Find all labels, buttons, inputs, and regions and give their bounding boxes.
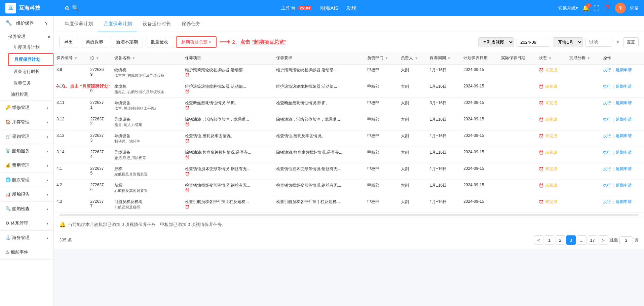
cell-dept: 甲板部 xyxy=(365,114,398,130)
ship-event-icon: ⚠ xyxy=(5,250,9,255)
date-input[interactable] xyxy=(517,38,550,47)
action-execute[interactable]: 执行 xyxy=(603,166,611,171)
search-icon[interactable]: 🔍 xyxy=(72,4,79,12)
cell-code: 3.12 xyxy=(54,114,87,130)
overdue-overview-button[interactable]: 超期项目总览 > xyxy=(176,36,217,48)
filter-input[interactable] xyxy=(585,38,612,47)
offline-maintenance-button[interactable]: 离线保养 xyxy=(81,37,108,47)
fullscreen-icon[interactable]: ⛶ xyxy=(594,5,600,12)
page-btn-ellipsis[interactable]: ... xyxy=(577,235,586,245)
action-execute[interactable]: 执行 xyxy=(603,101,611,105)
table-scrollbar[interactable] xyxy=(59,214,639,216)
toolbar: 导出 离线保养 新增不定期 批量验收 超期项目总览 > ⟶ 2、点击 "超期项目… xyxy=(54,32,644,52)
sidebar-item-maintenance-task[interactable]: 保养任务 xyxy=(8,77,53,89)
chevron-right-icon3: › xyxy=(47,134,48,139)
page-btn-3[interactable]: 3 xyxy=(566,235,576,245)
back-icon[interactable]: ⊕ xyxy=(65,4,70,12)
sidebar-item-purchase[interactable]: 🛒 采购管理 › xyxy=(0,129,53,144)
cell-cycle: 1月±16日 xyxy=(427,180,461,196)
logo-text: 互海科技 xyxy=(19,5,40,12)
nav-ais[interactable]: 船舶AIS xyxy=(320,5,338,11)
page-btn-2[interactable]: 2 xyxy=(556,235,565,245)
cell-cycle: 1月±16日 xyxy=(427,196,461,213)
table-row: 3.11 272637 1 导缆设备 船首, 尾缆绳(包括太平缆) 检查断丝磨耗… xyxy=(54,98,644,114)
toolbar-right: ≡ 列表视图 互海1号 ▼ 置置 xyxy=(478,37,639,47)
action-execute[interactable]: 执行 xyxy=(603,199,611,204)
action-execute[interactable]: 执行 xyxy=(603,84,611,89)
nav-workbench[interactable]: 工作台 25103 xyxy=(281,5,312,11)
cell-actual-date xyxy=(498,98,536,114)
page-btn-1[interactable]: 1 xyxy=(545,235,554,245)
action-defer[interactable]: 延期申请 xyxy=(616,150,632,155)
export-button[interactable]: 导出 xyxy=(59,37,78,47)
action-defer[interactable]: 延期申请 xyxy=(616,133,632,138)
cell-analysis xyxy=(567,81,600,98)
nav-workbench-label: 工作台 xyxy=(281,5,296,11)
sidebar-item-finance[interactable]: 💰 费用管理 › xyxy=(0,158,53,173)
new-irregular-button[interactable]: 新增不定期 xyxy=(111,37,143,47)
reset-button[interactable]: 置置 xyxy=(623,37,639,47)
action-execute[interactable]: 执行 xyxy=(603,68,611,72)
sidebar-item-oil-inspection[interactable]: 油料检测 xyxy=(5,89,53,100)
view-select[interactable]: ≡ 列表视图 xyxy=(478,37,514,47)
sidebar-section-purchase: 🛒 采购管理 › xyxy=(0,129,53,144)
nav-ais-label: 船舶AIS xyxy=(320,5,338,11)
cell-plan-date: 2024-09-15 xyxy=(461,114,498,130)
sidebar-subsection-maintenance-mgmt: 保养管理 ∨ 年度保养计划 月度保养计划 设备运行时长 保养任务 xyxy=(5,30,53,89)
sidebar-item-ship-report[interactable]: 📊 船舶报告 › xyxy=(0,187,53,201)
sidebar-item-equipment-runtime[interactable]: 设备运行时长 xyxy=(8,66,53,77)
ship-select[interactable]: 互海1号 xyxy=(553,37,583,47)
sidebar-item-system-mgmt[interactable]: ⚙ 体系管理 › xyxy=(0,216,53,230)
action-execute[interactable]: 执行 xyxy=(603,133,611,138)
page-btn-17[interactable]: 17 xyxy=(588,235,597,245)
sidebar-item-voyage[interactable]: 🌐 航次管理 › xyxy=(0,173,53,187)
action-defer[interactable]: 延期申请 xyxy=(616,101,632,105)
sidebar-item-maintenance[interactable]: 🔧 维护保养 ∨ xyxy=(0,16,53,30)
sidebar-item-ship-inspect[interactable]: 🔍 船舶检查 › xyxy=(0,202,53,216)
page-prev-btn[interactable]: < xyxy=(534,235,543,245)
action-execute[interactable]: 执行 xyxy=(603,150,611,155)
action-defer[interactable]: 延期申请 xyxy=(616,68,632,72)
nav-discover[interactable]: 发现 xyxy=(346,5,356,11)
tab-equipment-runtime[interactable]: 设备运行时长 xyxy=(137,16,176,32)
action-execute[interactable]: 执行 xyxy=(603,183,611,188)
table-body: 3.9 272636 9 绞缆机 船首左, 右舷绞缆机及导缆设备 维护滚筒滚轮绞… xyxy=(54,65,644,213)
sidebar-item-ship-event[interactable]: ⚠ 船舶事件 xyxy=(0,245,53,259)
toolbar-annotation-text: 2、点击 "超期项目总览" xyxy=(232,39,287,45)
cell-device: 舷梯 右舷梯及其附属装置 xyxy=(112,180,182,196)
chevron-right-icon6: › xyxy=(47,178,48,183)
page-next-btn[interactable]: > xyxy=(599,235,608,245)
goto-input[interactable] xyxy=(619,236,633,244)
sidebar-item-repair[interactable]: 🔑 维修管理 › xyxy=(0,101,53,115)
action-defer[interactable]: 延期申请 xyxy=(616,117,632,122)
cell-device: 导缆设备 撇把,靠把,挡鼠板等 xyxy=(112,147,182,163)
action-defer[interactable]: 延期申请 xyxy=(616,84,632,89)
help-icon[interactable]: ❓ xyxy=(604,4,611,12)
filter-icon[interactable]: ▼ xyxy=(615,39,620,45)
filter-id-icon: ▼ xyxy=(96,56,99,60)
cell-id: 272637 3 xyxy=(87,130,111,147)
sidebar-section-ship-event: ⚠ 船舶事件 xyxy=(0,245,53,260)
batch-check-button[interactable]: 批量验收 xyxy=(146,37,173,47)
sidebar-item-ship-service[interactable]: 📡 船舶服务 › xyxy=(0,144,53,158)
sidebar-item-maintenance-mgmt[interactable]: 保养管理 ∨ xyxy=(5,32,53,42)
sidebar-item-maritime[interactable]: ⚓ 海务管理 › xyxy=(0,231,53,245)
notification-icon[interactable]: 🔔 ! xyxy=(582,4,590,12)
sidebar-item-monthly-plan[interactable]: 月度保养计划 xyxy=(8,53,53,66)
tab-maintenance-task[interactable]: 保养任务 xyxy=(176,16,206,32)
notification-badge: ! xyxy=(586,3,591,8)
table-row: 4.3 272637 7 引航员梯及梯绳 引航员梯及梯绳 检查引航员梯各部件扶手… xyxy=(54,196,644,213)
cell-actual-date xyxy=(498,163,536,180)
sidebar-item-annual-plan[interactable]: 年度保养计划 xyxy=(8,42,53,53)
action-execute[interactable]: 执行 xyxy=(603,117,611,122)
tab-monthly-plan[interactable]: 月度保养计划 xyxy=(98,16,137,32)
user-name: 朱基 xyxy=(630,5,639,11)
sidebar-item-inventory[interactable]: 🏠 库存管理 › xyxy=(0,115,53,129)
cell-actions: 执行 | 延期申请 xyxy=(600,147,644,163)
tab-annual-plan[interactable]: 年度保养计划 xyxy=(59,16,98,32)
action-defer[interactable]: 延期申请 xyxy=(616,183,632,188)
action-defer[interactable]: 延期申请 xyxy=(616,166,632,171)
cell-requirement: 检查断丝磨耗锈蚀情况,除垢。 xyxy=(273,98,365,114)
switch-system-btn[interactable]: 切换系统▾ xyxy=(558,5,578,11)
action-defer[interactable]: 延期申请 xyxy=(616,199,632,204)
